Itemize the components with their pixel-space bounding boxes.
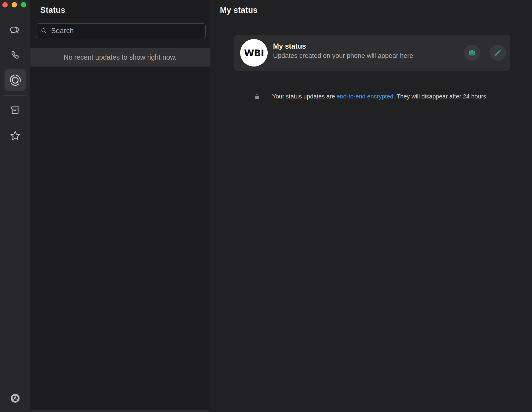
nav-rail bbox=[0, 0, 30, 412]
notice-text-after: . They will disappear after 24 hours. bbox=[393, 93, 488, 100]
my-status-card[interactable]: WBI My status Updates created on your ph… bbox=[234, 35, 510, 71]
no-recent-updates-banner: No recent updates to show right now. bbox=[30, 48, 210, 67]
sidebar-item-chats[interactable] bbox=[7, 22, 24, 39]
star-icon bbox=[9, 129, 21, 142]
sidebar-divider bbox=[4, 95, 27, 96]
sidebar-item-calls[interactable] bbox=[7, 47, 24, 64]
archive-box-icon bbox=[9, 104, 21, 116]
encryption-notice: Your status updates are end-to-end encry… bbox=[210, 86, 532, 107]
notice-text-before: Your status updates are bbox=[272, 93, 337, 100]
sidebar-item-status-selected[interactable] bbox=[4, 69, 26, 91]
pencil-icon bbox=[493, 48, 503, 58]
sidebar-item-settings[interactable] bbox=[7, 390, 24, 407]
add-photo-status-button[interactable] bbox=[464, 45, 480, 61]
sidebar-item-archived[interactable] bbox=[7, 102, 24, 119]
avatar: WBI bbox=[240, 39, 268, 67]
sidebar-item-starred[interactable] bbox=[7, 127, 24, 144]
my-status-panel: My status WBI My status Updates created … bbox=[210, 0, 532, 412]
gear-icon bbox=[9, 392, 21, 404]
search-input[interactable] bbox=[51, 27, 201, 35]
my-status-card-subtitle: Updates created on your phone will appea… bbox=[273, 52, 413, 60]
close-window-button[interactable] bbox=[2, 2, 8, 7]
no-recent-updates-text: No recent updates to show right now. bbox=[64, 53, 176, 61]
minimize-window-button[interactable] bbox=[12, 2, 17, 7]
status-ring-icon bbox=[8, 73, 22, 87]
status-list-panel: Status No recent updates to show right n… bbox=[30, 0, 210, 412]
camera-icon bbox=[467, 48, 477, 58]
add-text-status-button[interactable] bbox=[490, 45, 506, 61]
zoom-window-button[interactable] bbox=[21, 2, 26, 7]
search-box[interactable] bbox=[36, 23, 206, 38]
end-to-end-encrypted-link[interactable]: end-to-end encrypted bbox=[337, 93, 393, 100]
phone-icon bbox=[9, 49, 21, 61]
chat-bubbles-icon bbox=[8, 24, 22, 37]
lock-icon bbox=[255, 93, 260, 100]
my-status-header: My status bbox=[220, 6, 257, 15]
panel-footer-sliver bbox=[30, 410, 210, 412]
avatar-label: WBI bbox=[244, 47, 264, 58]
my-status-card-title: My status bbox=[273, 42, 306, 50]
window-controls bbox=[2, 2, 26, 7]
search-icon bbox=[41, 27, 47, 34]
page-title: Status bbox=[40, 6, 65, 15]
